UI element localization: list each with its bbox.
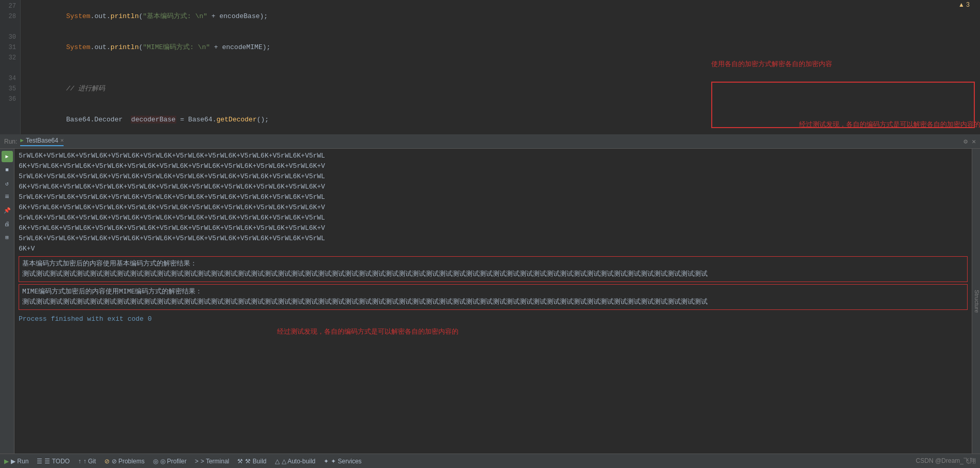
result-box-2: MIME编码方式加密后的内容使用MIME编码方式的解密结果： 测试测试测试测试测… <box>19 284 968 310</box>
run-tab-name: TestBase64 <box>26 137 58 144</box>
structure-label[interactable]: Structure <box>974 290 980 313</box>
scroll-button[interactable]: ≡ <box>2 191 13 202</box>
todo-status-item[interactable]: ☰ ☰ TODO <box>37 458 70 465</box>
code-line-30: // 进行解码 <box>26 73 975 104</box>
run-header: Run: ▶ TestBase64 ✕ ⚙ ✕ <box>0 134 980 149</box>
run-close-icon[interactable]: ✕ <box>972 137 976 146</box>
code-line-27: System.out.println("基本编码方式: \n" + encode… <box>26 1 975 32</box>
run-output-area: ▶ ■ ↺ ≡ 📌 🖨 ⊞ 5rWL6K+V5rWL6K+V5rWL6K+V5r… <box>0 149 980 454</box>
more-button[interactable]: ⊞ <box>2 231 13 243</box>
code-line-28: System.out.println("MIME编码方式: \n" + enco… <box>26 32 975 63</box>
run-status-item[interactable]: ▶ ▶ Run <box>4 458 28 465</box>
encoded-line-2: 6K+V5rWL6K+V5rWL6K+V5rWL6K+V5rWL6K+V5rWL… <box>19 161 968 171</box>
autobuild-status-item[interactable]: △ △ Auto-build <box>275 458 316 465</box>
rerun-button[interactable]: ↺ <box>2 178 13 189</box>
run-panel: Run: ▶ TestBase64 ✕ ⚙ ✕ ▶ ■ ↺ ≡ 📌 🖨 ⊞ 5r… <box>0 134 980 454</box>
git-status-item[interactable]: ↑ ↑ Git <box>78 458 96 465</box>
encoded-line-5: 5rWL6K+V5rWL6K+V5rWL6K+V5rWL6K+V5rWL6K+V… <box>19 192 968 202</box>
result1-content: 测试测试测试测试测试测试测试测试测试测试测试测试测试测试测试测试测试测试测试测试… <box>22 269 964 279</box>
run-tab-active[interactable]: ▶ TestBase64 ✕ <box>20 137 64 146</box>
run-tab-close[interactable]: ✕ <box>60 137 64 144</box>
encoded-line-3: 5rWL6K+V5rWL6K+V5rWL6K+V5rWL6K+V5rWL6K+V… <box>19 171 968 182</box>
terminal-status-item[interactable]: > > Terminal <box>195 458 229 465</box>
csdn-watermark: CSDN @Dream_飞翔 <box>916 457 976 465</box>
run-label: Run: <box>4 138 17 145</box>
services-status-item[interactable]: ✦ ✦ Services <box>324 458 361 465</box>
play-button[interactable]: ▶ <box>2 151 13 162</box>
encoded-line-7: 5rWL6K+V5rWL6K+V5rWL6K+V5rWL6K+V5rWL6K+V… <box>19 213 968 223</box>
result2-label: MIME编码方式加密后的内容使用MIME编码方式的解密结果： <box>22 287 964 297</box>
encoded-line-6: 6K+V5rWL6K+V5rWL6K+V5rWL6K+V5rWL6K+V5rWL… <box>19 202 968 213</box>
encoded-line-1: 5rWL6K+V5rWL6K+V5rWL6K+V5rWL6K+V5rWL6K+V… <box>19 151 968 161</box>
result-box-1: 基本编码方式加密后的内容使用基本编码方式的解密结果： 测试测试测试测试测试测试测… <box>19 256 968 282</box>
run-sidebar: ▶ ■ ↺ ≡ 📌 🖨 ⊞ <box>0 149 14 454</box>
pin-button[interactable]: 📌 <box>2 205 13 216</box>
status-bar: ▶ ▶ Run ☰ ☰ TODO ↑ ↑ Git ⊘ ⊘ Problems ◎ … <box>0 454 980 468</box>
process-finished: Process finished with exit code 0 <box>19 314 968 324</box>
result1-label: 基本编码方式加密后的内容使用基本编码方式的解密结果： <box>22 259 964 269</box>
encoded-line-4: 6K+V5rWL6K+V5rWL6K+V5rWL6K+V5rWL6K+V5rWL… <box>19 182 968 192</box>
profiler-status-item[interactable]: ◎ ◎ Profiler <box>153 458 187 465</box>
bottom-annotation: 经过测试发现，各自的编码方式是可以解密各自的加密内容的 <box>277 326 968 337</box>
run-content[interactable]: 5rWL6K+V5rWL6K+V5rWL6K+V5rWL6K+V5rWL6K+V… <box>14 149 972 454</box>
code-line-29 <box>26 63 975 73</box>
encoded-line-10: 6K+V <box>19 244 968 254</box>
code-line-31: Base64.Decoder decoderBase = Base64.getD… <box>26 104 975 134</box>
problems-status-item[interactable]: ⊘ ⊘ Problems <box>104 458 145 465</box>
encoded-output: 5rWL6K+V5rWL6K+V5rWL6K+V5rWL6K+V5rWL6K+V… <box>19 151 968 254</box>
code-editor: System.out.println("基本编码方式: \n" + encode… <box>21 0 980 134</box>
result2-content: 测试测试测试测试测试测试测试测试测试测试测试测试测试测试测试测试测试测试测试测试… <box>22 297 964 307</box>
encoded-line-8: 6K+V5rWL6K+V5rWL6K+V5rWL6K+V5rWL6K+V5rWL… <box>19 223 968 233</box>
build-status-item[interactable]: ⚒ ⚒ Build <box>237 458 266 465</box>
stop-button[interactable]: ■ <box>2 164 13 176</box>
run-settings-icon[interactable]: ⚙ <box>963 137 968 146</box>
structure-sidebar: Structure <box>972 149 980 454</box>
line-numbers: 27 28 30 31 32 34 35 36 <box>0 0 21 134</box>
encoded-line-9: 5rWL6K+V5rWL6K+V5rWL6K+V5rWL6K+V5rWL6K+V… <box>19 233 968 244</box>
print-button[interactable]: 🖨 <box>2 218 13 229</box>
